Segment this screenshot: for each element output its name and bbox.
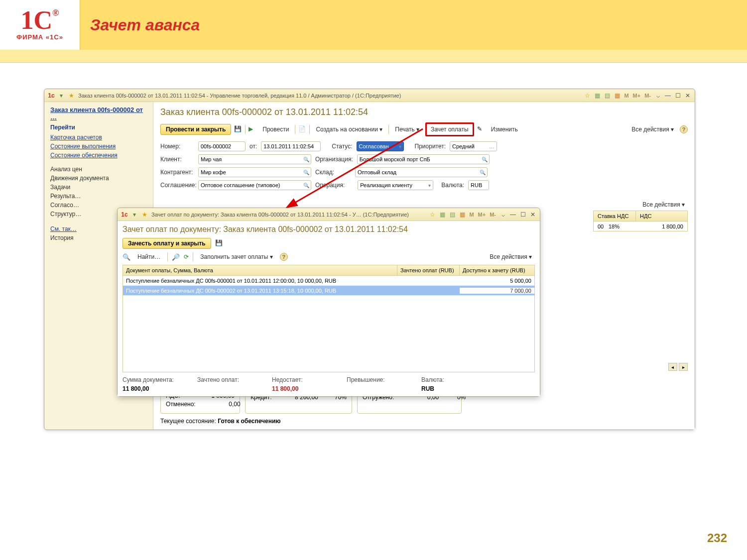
help-icon[interactable]: ? bbox=[680, 125, 688, 133]
m-icon[interactable]: M bbox=[623, 93, 629, 99]
lbl-currency: Валюта: bbox=[441, 182, 464, 189]
logo-mark: 1C® bbox=[20, 9, 59, 32]
grid-icon[interactable]: ▦ bbox=[438, 211, 446, 219]
edit-button[interactable]: Изменить bbox=[488, 124, 521, 134]
fld-number[interactable]: 00fs-000002 bbox=[198, 141, 246, 151]
close-icon[interactable]: ✕ bbox=[684, 92, 692, 100]
m-plus-icon[interactable]: M+ bbox=[632, 93, 642, 99]
grid-icon[interactable]: ▦ bbox=[593, 92, 601, 100]
nav-movements[interactable]: Движения документа bbox=[50, 175, 147, 182]
nav-price-analysis[interactable]: Анализ цен bbox=[50, 166, 147, 173]
fld-from[interactable]: 13.01.2011 11:02:54 bbox=[261, 141, 321, 151]
col-vat[interactable]: НДС bbox=[636, 211, 687, 221]
restore-down-icon[interactable]: ⌵ bbox=[499, 211, 507, 219]
nav-tasks[interactable]: Задачи bbox=[50, 184, 147, 191]
credit-doc-title: Зачет оплат по документу: Заказ клиента … bbox=[123, 225, 535, 234]
fld-org[interactable]: Большой морской порт СпБ bbox=[357, 154, 490, 164]
fld-currency[interactable]: RUB bbox=[468, 180, 489, 190]
nav-doc-title[interactable]: Заказ клиента 00fs-000002 от … bbox=[50, 106, 147, 121]
doc-icon[interactable]: 📄 bbox=[298, 125, 306, 133]
fld-agreement[interactable]: Оптовое соглашение (типовое) bbox=[198, 180, 311, 190]
cell-fragment: 00 bbox=[594, 224, 605, 229]
grid-body: Поступление безналичных ДС 00fs-000001 о… bbox=[123, 276, 535, 372]
lbl-priority: Приоритет: bbox=[415, 143, 446, 150]
col-vat-rate[interactable]: Ставка НДС bbox=[594, 211, 636, 221]
grid-row-selected[interactable]: Поступление безналичных ДС 00fs-000002 о… bbox=[123, 286, 534, 296]
m-plus-icon[interactable]: M+ bbox=[477, 212, 487, 218]
calendar-icon[interactable]: ▦ bbox=[458, 211, 466, 219]
print-button[interactable]: Печать ▾ bbox=[392, 124, 422, 134]
m-icon[interactable]: M bbox=[468, 212, 475, 218]
m-minus-icon[interactable]: M- bbox=[643, 93, 652, 99]
lbl-client: Клиент: bbox=[160, 156, 194, 163]
app-1c-icon: 1c bbox=[121, 211, 128, 219]
page-header: 1C® ФИРМА «1С» Зачет аванса bbox=[0, 0, 747, 50]
star-icon[interactable]: ★ bbox=[140, 211, 148, 219]
col-available[interactable]: Доступно к зачету (RUB) bbox=[460, 265, 534, 275]
calc-icon[interactable]: ▤ bbox=[448, 211, 456, 219]
fill-credit-button[interactable]: Заполнить зачет оплаты ▾ bbox=[197, 252, 276, 262]
edit-icon[interactable]: ✎ bbox=[477, 125, 485, 133]
close-icon[interactable]: ✕ bbox=[529, 211, 537, 219]
grid-header: Документ оплаты, Сумма, Валюта Зачтено о… bbox=[123, 265, 535, 276]
lbl-cancel: Отменено: bbox=[166, 401, 196, 408]
help-icon[interactable]: ? bbox=[280, 253, 288, 261]
credit-and-close-button[interactable]: Зачесть оплату и закрыть bbox=[123, 238, 211, 249]
calc-icon[interactable]: ▤ bbox=[603, 92, 611, 100]
credit-payment-button[interactable]: Зачет оплаты bbox=[430, 125, 470, 134]
credit-window: 1c ▾ ★ Зачет оплат по документу: Заказ к… bbox=[117, 208, 540, 397]
maximize-icon[interactable]: ☐ bbox=[519, 211, 527, 219]
col-credited[interactable]: Зачтено оплат (RUB) bbox=[397, 265, 460, 275]
dropdown-icon[interactable]: ▾ bbox=[130, 211, 138, 219]
main-titlebar[interactable]: 1c ▾ ★ Заказ клиента 00fs-000002 от 13.0… bbox=[44, 89, 695, 102]
all-actions-button[interactable]: Все действия ▾ bbox=[628, 124, 677, 134]
save-icon[interactable]: 💾 bbox=[215, 239, 223, 247]
nav-supply-state[interactable]: Состояние обеспечения bbox=[50, 152, 147, 159]
star-icon[interactable]: ★ bbox=[67, 92, 75, 100]
val-cancel: 0,00 bbox=[206, 401, 241, 408]
fld-status[interactable]: Согласован bbox=[357, 141, 404, 151]
fld-warehouse[interactable]: Оптовый склад bbox=[355, 167, 488, 177]
fld-operation[interactable]: Реализация клиенту bbox=[358, 180, 433, 190]
table-all-actions[interactable]: Все действия ▾ bbox=[639, 200, 688, 210]
find-icon[interactable]: 🔍 bbox=[123, 253, 130, 261]
dropdown-icon[interactable]: ▾ bbox=[57, 92, 65, 100]
post-and-close-button[interactable]: Провести и закрыть bbox=[160, 124, 231, 135]
cell-doc: Поступление безналичных ДС 00fs-000002 о… bbox=[123, 288, 397, 294]
table-header: Ставка НДС НДС bbox=[593, 211, 688, 222]
m-minus-icon[interactable]: M- bbox=[489, 212, 497, 218]
cell-available: 5 000,00 bbox=[460, 278, 534, 284]
cell-rate: 18% bbox=[605, 224, 636, 229]
minimize-icon[interactable]: — bbox=[664, 92, 672, 100]
fld-priority[interactable]: Средний bbox=[450, 141, 497, 151]
credit-all-actions[interactable]: Все действия ▾ bbox=[487, 252, 535, 262]
calendar-icon[interactable]: ▦ bbox=[613, 92, 621, 100]
nav-card[interactable]: Карточка расчетов bbox=[50, 134, 147, 141]
minimize-icon[interactable]: — bbox=[509, 211, 517, 219]
star-icon[interactable]: ☆ bbox=[428, 211, 436, 219]
grid-row[interactable]: Поступление безналичных ДС 00fs-000001 о… bbox=[123, 276, 534, 286]
post-button[interactable]: Провести bbox=[259, 124, 292, 134]
restore-down-icon[interactable]: ⌵ bbox=[654, 92, 662, 100]
nav-exec-state[interactable]: Состояние выполнения bbox=[50, 143, 147, 150]
clear-find-icon[interactable]: 🔎 bbox=[172, 253, 180, 261]
nav-results[interactable]: Результа… bbox=[50, 193, 147, 200]
fld-client[interactable]: Мир чая bbox=[198, 154, 311, 164]
refresh-icon[interactable]: ⟳ bbox=[184, 253, 189, 260]
star-icon[interactable]: ☆ bbox=[583, 92, 591, 100]
create-based-button[interactable]: Создать на основании ▾ bbox=[313, 124, 385, 134]
lbl-ftr-currency: Валюта: bbox=[421, 376, 476, 383]
table-row[interactable]: 00 18% 1 800,00 bbox=[593, 222, 688, 231]
lbl-status: Статус: bbox=[332, 143, 352, 150]
credit-footer: Сумма документа:11 800,00 Зачтено оплат:… bbox=[123, 372, 535, 392]
find-button[interactable]: Найти… bbox=[134, 252, 163, 262]
lbl-operation: Операция: bbox=[315, 182, 345, 189]
credit-titlebar[interactable]: 1c ▾ ★ Зачет оплат по документу: Заказ к… bbox=[118, 208, 540, 221]
post-icon[interactable]: ▶ bbox=[249, 125, 256, 133]
save-icon[interactable]: 💾 bbox=[234, 125, 242, 133]
col-doc[interactable]: Документ оплаты, Сумма, Валюта bbox=[123, 265, 397, 275]
maximize-icon[interactable]: ☐ bbox=[674, 92, 682, 100]
cell-doc: Поступление безналичных ДС 00fs-000001 о… bbox=[123, 278, 397, 284]
fld-contragent[interactable]: Мир кофе bbox=[198, 167, 311, 177]
status-line: Текущее состояние: Готов к обеспечению bbox=[160, 418, 688, 425]
